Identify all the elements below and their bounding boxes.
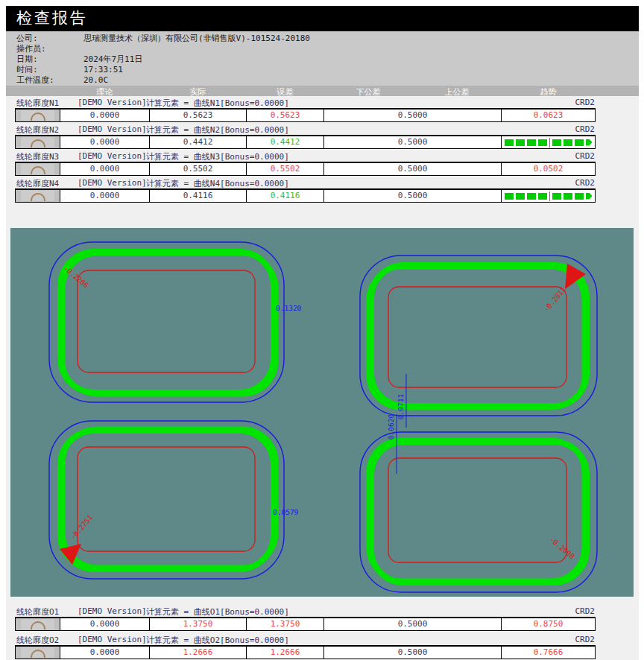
theoretical-value-cell: 0.0000 <box>60 162 150 176</box>
actual-value: 0.5623 <box>183 110 213 120</box>
tolerance-value: 0.5000 <box>398 619 428 629</box>
trend-bar-segment <box>505 193 514 200</box>
trend-bar-segment <box>552 139 561 146</box>
trend-bar-separator <box>549 138 550 147</box>
info-label: 操作员: <box>16 44 83 54</box>
trend-bar-segment <box>564 139 572 146</box>
trend-bar-segment <box>552 193 561 200</box>
computed-element-formula: 计算元素 = 曲线N4[Bonus=0.0000] <box>146 178 289 189</box>
measurement-name: 线轮廓度N1 <box>16 98 59 109</box>
measurement-block: 线轮廓度O1[DEMO Version]计算元素 = 曲线O1[Bonus=0.… <box>0 606 644 632</box>
trend-bar-segment <box>564 193 572 200</box>
measurement-block: 线轮廓度N1[DEMO Version]计算元素 = 曲线N1[Bonus=0.… <box>0 98 644 123</box>
info-label: 时间: <box>16 65 83 75</box>
trend-bar-segment <box>527 139 536 146</box>
theoretical-value: 0.0000 <box>90 137 120 147</box>
line-profile-arc-icon <box>31 139 45 147</box>
graphic-background <box>10 228 634 597</box>
info-row: 操作员: <box>16 44 83 54</box>
trend-bar-segment <box>516 139 525 146</box>
measurement-name: 线轮廓度N3 <box>16 151 59 162</box>
profile-icon-button[interactable] <box>15 189 60 203</box>
actual-value-cell: 1.3750 <box>149 618 247 631</box>
profile-icon-button[interactable] <box>15 618 60 631</box>
profile-icon-button[interactable] <box>15 646 60 659</box>
actual-value: 1.3750 <box>183 619 213 629</box>
report-page: 检查报告 公司:思瑞测量技术（深圳）有限公司(非销售版V)-101524-201… <box>0 0 644 660</box>
tolerance-value-cell: 0.5000 <box>323 618 502 631</box>
info-row: 公司:思瑞测量技术（深圳）有限公司(非销售版V)-101524-20180 <box>16 34 310 44</box>
trend-value: 0.0502 <box>534 164 564 174</box>
profile-icon-button[interactable] <box>15 162 60 176</box>
line-profile-arc-icon <box>31 650 45 658</box>
error-value: 0.5623 <box>271 110 300 120</box>
trend-cell <box>501 136 596 149</box>
trend-value: 0.0623 <box>534 110 564 120</box>
datum-reference: CRD2 <box>547 98 595 107</box>
theoretical-value: 0.0000 <box>90 164 120 174</box>
plot-top-right-deviation-label: 0.0711 <box>397 394 405 420</box>
trend-cell: 0.0502 <box>501 162 596 176</box>
tolerance-value-cell: 0.5000 <box>323 136 502 149</box>
line-profile-arc-icon <box>31 112 45 121</box>
computed-element-formula: 计算元素 = 曲线N1[Bonus=0.0000] <box>146 98 289 109</box>
trend-bar-segment <box>538 193 547 200</box>
theoretical-value: 0.0000 <box>90 619 120 629</box>
profile-icon-button[interactable] <box>15 136 60 149</box>
info-label: 工件温度: <box>16 75 83 86</box>
trend-bar-graph <box>502 136 595 148</box>
error-value: 0.5502 <box>271 164 300 174</box>
datum-reference: CRD2 <box>547 151 595 161</box>
demo-version-tag: [DEMO Version] <box>78 606 147 616</box>
error-value: 1.2666 <box>271 647 300 657</box>
actual-value-cell: 0.5502 <box>149 162 247 176</box>
theoretical-value-cell: 0.0000 <box>60 109 150 122</box>
error-value: 0.4412 <box>271 137 300 147</box>
actual-value: 0.4412 <box>183 137 213 147</box>
error-value-cell: 1.2666 <box>246 646 324 659</box>
profile-deviation-graphic: -0.22060.1320-0.28110.0711-0.27510.0579-… <box>10 228 634 597</box>
demo-version-tag: [DEMO Version] <box>78 151 147 161</box>
info-value: 17:33:51 <box>83 65 123 74</box>
plot-top-left-deviation-label: 0.1320 <box>276 304 302 312</box>
computed-element-formula: 计算元素 = 曲线N3[Bonus=0.0000] <box>146 151 289 162</box>
profile-icon-button[interactable] <box>15 109 60 122</box>
trend-cell: 0.0623 <box>501 109 596 122</box>
theoretical-value-cell: 0.0000 <box>60 189 150 203</box>
theoretical-value: 0.0000 <box>90 110 120 120</box>
info-row: 工件温度:20.0C <box>16 75 108 86</box>
theoretical-value: 0.0000 <box>90 191 120 200</box>
demo-version-tag: [DEMO Version] <box>78 178 147 188</box>
page-title: 检查报告 <box>16 9 88 27</box>
trend-bar-graph <box>502 190 595 202</box>
actual-value: 0.4116 <box>183 191 213 200</box>
info-value: 20.0C <box>83 75 108 85</box>
trend-bar-segment <box>538 139 547 146</box>
computed-element-formula: 计算元素 = 曲线O1[Bonus=0.0000] <box>146 606 289 618</box>
tolerance-value-cell: 0.5000 <box>323 189 502 203</box>
measurement-block: 线轮廓度N3[DEMO Version]计算元素 = 曲线N3[Bonus=0.… <box>0 151 644 177</box>
info-row: 日期:2024年7月11日 <box>16 54 142 65</box>
actual-value-cell: 1.2666 <box>149 646 247 659</box>
demo-version-tag: [DEMO Version] <box>78 635 147 644</box>
datum-reference: CRD2 <box>547 178 595 188</box>
trend-bar-pointer <box>586 139 593 146</box>
trend-bar-segment <box>575 193 584 200</box>
info-value: 2024年7月11日 <box>83 54 142 64</box>
actual-value-cell: 0.5623 <box>149 109 247 122</box>
error-value-cell: 0.5502 <box>246 162 324 176</box>
trend-bar-separator <box>549 191 550 201</box>
actual-value-cell: 0.4116 <box>149 189 247 203</box>
measurement-name: 线轮廓度N4 <box>16 178 59 189</box>
info-row: 时间:17:33:51 <box>16 65 123 75</box>
actual-value: 0.5502 <box>183 164 213 174</box>
info-value: 思瑞测量技术（深圳）有限公司(非销售版V)-101524-20180 <box>83 34 310 43</box>
theoretical-value-cell: 0.0000 <box>60 618 150 631</box>
column-header-row: 理论实际误差下公差上公差趋势 <box>6 86 639 96</box>
theoretical-value: 0.0000 <box>90 647 120 657</box>
tolerance-value: 0.5000 <box>398 647 428 657</box>
trend-bar-segment <box>516 193 525 200</box>
demo-version-tag: [DEMO Version] <box>78 98 147 107</box>
tolerance-value: 0.5000 <box>398 191 428 200</box>
computed-element-formula: 计算元素 = 曲线O2[Bonus=0.0000] <box>146 635 289 646</box>
